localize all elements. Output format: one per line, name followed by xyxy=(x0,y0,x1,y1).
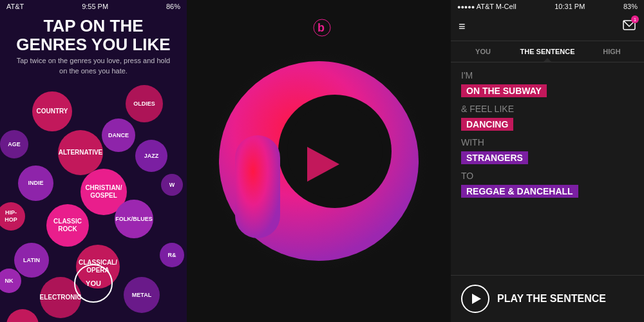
genre-bubble[interactable]: POP xyxy=(6,309,39,322)
sentence-highlight-8: REGGAE & DANCEHALL xyxy=(461,185,578,198)
genre-header: TAP ON THE GENRES YOU LIKE Tap twice on … xyxy=(0,13,187,79)
genre-bubble[interactable]: R& xyxy=(160,243,184,267)
status-bar-right: ●●●●● AT&T M-Cell 10:31 PM 83% xyxy=(451,0,644,13)
sentence-line-5: WITH xyxy=(461,137,634,147)
genre-bubble[interactable]: METAL xyxy=(124,277,160,313)
genre-bubble[interactable]: COUNTRY xyxy=(32,91,72,131)
status-bar-left: AT&T 9:55 PM 86% xyxy=(0,0,187,13)
svg-point-4 xyxy=(287,104,383,199)
genre-bubble[interactable]: INDIE xyxy=(18,166,53,201)
genre-bubble[interactable]: NK xyxy=(0,269,21,293)
beats-logo xyxy=(209,52,428,270)
carrier-left: AT&T xyxy=(6,3,24,10)
navigation-bar: ≡ b 1 xyxy=(451,13,644,41)
sentence-line-7: TO xyxy=(461,171,634,181)
sentence-plain-1: I'M xyxy=(461,70,634,80)
beats-logo-panel xyxy=(187,0,451,322)
sentence-panel: ●●●●● AT&T M-Cell 10:31 PM 83% ≡ b 1 YOU… xyxy=(451,0,644,322)
genre-bubble[interactable]: OLDIES xyxy=(126,85,163,122)
battery-right: 83% xyxy=(623,3,638,10)
time-right: 10:31 PM xyxy=(554,3,585,10)
tabs-row: YOU THE SENTENCE HIGH xyxy=(451,41,644,62)
sentence-plain-3: & FEEL LIKE xyxy=(461,104,634,114)
sentence-plain-7: TO xyxy=(461,171,634,181)
genre-bubble[interactable]: DANCE xyxy=(102,118,135,152)
battery-left: 86% xyxy=(166,3,180,10)
sentence-line-6: STRANGERS xyxy=(461,151,634,167)
sentence-content: I'M ON THE SUBWAY & FEEL LIKE DANCING WI… xyxy=(451,62,644,275)
genre-bubble[interactable]: JAZZ xyxy=(135,140,167,172)
genre-bubble[interactable]: FOLK/BLUES xyxy=(115,200,153,238)
time-left: 9:55 PM xyxy=(82,3,108,10)
svg-text:b: b xyxy=(317,21,325,34)
sentence-line-2: ON THE SUBWAY xyxy=(461,84,634,100)
genre-bubble[interactable]: ALTERNATIVE xyxy=(58,130,103,175)
sentence-plain-5: WITH xyxy=(461,137,634,147)
sentence-highlight-4: DANCING xyxy=(461,118,513,131)
you-button[interactable]: YOU xyxy=(74,264,113,303)
carrier-right: ●●●●● AT&T M-Cell xyxy=(457,3,516,10)
genre-panel: AT&T 9:55 PM 86% TAP ON THE GENRES YOU L… xyxy=(0,0,187,322)
notification-icon[interactable]: 1 xyxy=(622,18,636,35)
sentence-highlight-2: ON THE SUBWAY xyxy=(461,84,547,97)
play-sentence-bar: PLAY THE SENTENCE xyxy=(451,275,644,322)
sentence-highlight-6: STRANGERS xyxy=(461,151,528,164)
genre-bubble[interactable]: CLASSIC ROCK xyxy=(46,204,89,247)
play-sentence-button[interactable] xyxy=(461,285,489,313)
play-sentence-label: PLAY THE SENTENCE xyxy=(497,293,606,305)
genre-title: TAP ON THE GENRES YOU LIKE xyxy=(13,17,174,53)
genre-subtitle: Tap twice on the genres you love, press … xyxy=(13,56,174,76)
notification-badge: 1 xyxy=(631,15,639,23)
tab-you[interactable]: YOU xyxy=(451,41,515,62)
bubbles-container: COUNTRYOLDIESDANCEAGEALTERNATIVEJAZZINDI… xyxy=(0,79,187,278)
genre-bubble[interactable]: AGE xyxy=(0,130,28,158)
tab-sentence[interactable]: THE SENTENCE xyxy=(515,41,580,62)
genre-bubble[interactable]: LATIN xyxy=(14,243,49,278)
beats-nav-icon: b xyxy=(313,19,331,41)
svg-rect-3 xyxy=(235,135,280,238)
sentence-line-1: I'M xyxy=(461,70,634,80)
genre-bubble[interactable]: W xyxy=(161,174,183,196)
tab-high[interactable]: HIGH xyxy=(580,41,644,62)
sentence-line-8: REGGAE & DANCEHALL xyxy=(461,185,634,200)
menu-icon[interactable]: ≡ xyxy=(459,20,466,33)
sentence-line-3: & FEEL LIKE xyxy=(461,104,634,114)
play-triangle-icon xyxy=(472,294,481,304)
genre-bubble[interactable]: HIP- HOP xyxy=(0,202,25,231)
sentence-line-4: DANCING xyxy=(461,118,634,133)
